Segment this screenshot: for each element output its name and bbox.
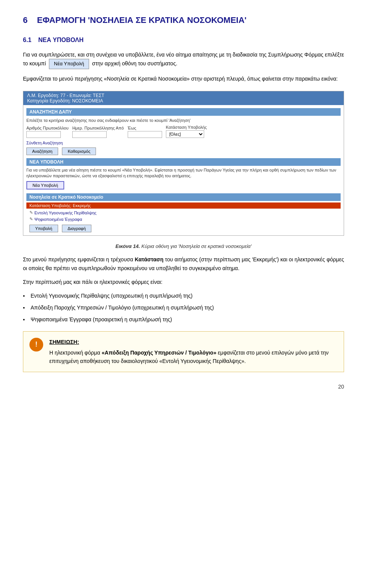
ss-anazitisi-desc: Επιλέξτε τα κριτήρια αναζήτησης που σας … [26, 118, 341, 123]
note-bold-text: «Απόδειξη Παροχής Υπηρεσιών / Τιμολόγιο» [102, 350, 216, 356]
bullet-list: Εντολή Υγειονομικής Περίθαλψης (υποχρεωτ… [23, 292, 344, 324]
bullet-item-1: Εντολή Υγειονομικής Περίθαλψης (υποχρεωτ… [23, 292, 344, 300]
note-box: ! ΣΗΜΕΙΩΣΗ: Η ηλεκτρονική φόρμα «Απόδειξ… [23, 331, 344, 372]
ss-label-eos: Έως [128, 126, 162, 130]
screenshot-box: Λ.Μ. Εργοδότη: 77 - Επωνυμία: ΤΕΣΤ Κατηγ… [23, 91, 344, 236]
ss-nea-desc: Για να υποβάλλετε μια νέα αίτηση πιέστε … [26, 167, 341, 179]
ss-sidebar-title: Νοσηλεία σε Κρατικό Νοσοκομείο [26, 193, 341, 201]
ss-nea-section: ΝΕΑ ΥΠΟΒΟΛΗ Για να υποβάλλετε μια νέα αί… [26, 158, 341, 190]
ss-ypovolh-button[interactable]: Υποβολή [29, 225, 58, 232]
ss-field-katastasi: Κατάσταση Υποβολής [Όλες] [166, 125, 207, 138]
body-paragraph-2: Στην περίπτωσή μας και πάλι οι ηλεκτρονι… [23, 278, 344, 286]
chapter-title: 6 ΕΦΑΡΜΟΓΗ 'ΝΟΣΗΛΕΙΑ ΣΕ ΚΡΑΤΙΚΑ ΝΟΣΟΚΟΜΕ… [23, 15, 344, 25]
ss-label-arithmos: Αριθμός Πρωτοκόλλου [26, 126, 68, 130]
ss-sidebar-link-psifiop[interactable]: ✎ Ψηφιοποιημένα Έγγραφα [26, 216, 341, 222]
nea-ypovolh-inline-button: Νέα Υποβολή [49, 59, 89, 69]
note-text-before: Η ηλεκτρονική φόρμα [49, 350, 100, 356]
warning-icon: ! [29, 338, 43, 352]
body-paragraph-1: Στο μενού περιήγησης εμφανίζεται η τρέχο… [23, 255, 344, 272]
ss-nea-ypovolh-button[interactable]: Νέα Υποβολή [26, 181, 64, 190]
ss-search-btn-row: Αναζήτηση Καθαρισμός [26, 147, 341, 155]
ss-input-eos[interactable] [128, 131, 162, 138]
bullet-item-3: Ψηφιοποιημένα Έγγραφα (προαιρετική η συμ… [23, 316, 344, 324]
screenshot-header: Λ.Μ. Εργοδότη: 77 - Επωνυμία: ΤΕΣΤ Κατηγ… [23, 91, 344, 105]
ss-sidebar-link-label-psifiop: Ψηφιοποιημένα Έγγραφα [34, 217, 82, 222]
bullet-item-2: Απόδειξη Παροχής Υπηρεσιών / Τιμολόγιο (… [23, 304, 344, 312]
screenshot-header-line1: Λ.Μ. Εργοδότη: 77 - Επωνυμία: ΤΕΣΤ [27, 93, 340, 98]
intro-paragraph: Για να συμπληρώσετε, και στη συνέχεια να… [23, 50, 344, 69]
ss-active-status: Κατάσταση Υποβολής: Εκκρεμής [26, 202, 341, 209]
ss-label-katastasi: Κατάσταση Υποβολής [166, 125, 207, 130]
ss-diagrafi-button[interactable]: Διαγραφή [62, 225, 92, 232]
screenshot-header-line2: Κατηγορία Εργοδότη: ΝΟΣΟΚΟΜΕΙΑ [27, 98, 340, 104]
note-title: ΣΗΜΕΙΩΣΗ: [49, 338, 338, 346]
ss-label-apo: Ημερ. Πρωτοκόλλησης Από [72, 126, 124, 130]
caption-text: Κύρια οθόνη για 'Νοσηλεία σε κρατικά νοσ… [141, 243, 252, 249]
ss-synth-link[interactable]: Σύνθετη Αναζήτηση [26, 141, 63, 145]
ss-sidebar-link-label-entoli: Εντολή Υγειονομικής Περίθαλψης [34, 211, 96, 215]
ss-input-apo[interactable] [72, 131, 107, 138]
ss-sidebar-link-entoli[interactable]: ✎ Εντολή Υγειονομικής Περίθαλψης [26, 209, 341, 216]
page-number: 20 [23, 384, 344, 390]
edit-icon-psifiop: ✎ [29, 217, 33, 222]
ss-sidebar-btn-row: Υποβολή Διαγραφή [26, 225, 341, 232]
desc-paragraph: Εμφανίζεται το μενού περιήγησης «Νοσηλεί… [23, 75, 344, 83]
ss-select-katastasi[interactable]: [Όλες] [166, 130, 204, 138]
edit-icon-entoli: ✎ [29, 210, 33, 215]
ss-field-eos: Έως [128, 126, 162, 138]
ss-katharismo-button[interactable]: Καθαρισμός [62, 147, 96, 155]
ss-anazitisi-title: ΑΝΑΖΗΤΗΣΗ ΔΑΠΥ [26, 108, 341, 116]
ss-form-row: Αριθμός Πρωτοκόλλου Ημερ. Πρωτοκόλλησης … [26, 125, 341, 138]
figure-caption: Εικόνα 14. Κύρια οθόνη για 'Νοσηλεία σε … [23, 243, 344, 249]
ss-anazitisi-button[interactable]: Αναζήτηση [26, 147, 58, 155]
ss-input-arithmos[interactable] [26, 131, 61, 138]
section-title: 6.1 ΝΕΑ ΥΠΟΒΟΛΗ [23, 37, 344, 44]
ss-field-apo: Ημερ. Πρωτοκόλλησης Από [72, 126, 124, 138]
note-content: ΣΗΜΕΙΩΣΗ: Η ηλεκτρονική φόρμα «Απόδειξη … [49, 338, 338, 366]
ss-field-arithmos: Αριθμός Πρωτοκόλλου [26, 126, 68, 138]
caption-label: Εικόνα 14. [115, 243, 140, 249]
ss-nea-title: ΝΕΑ ΥΠΟΒΟΛΗ [26, 158, 341, 166]
